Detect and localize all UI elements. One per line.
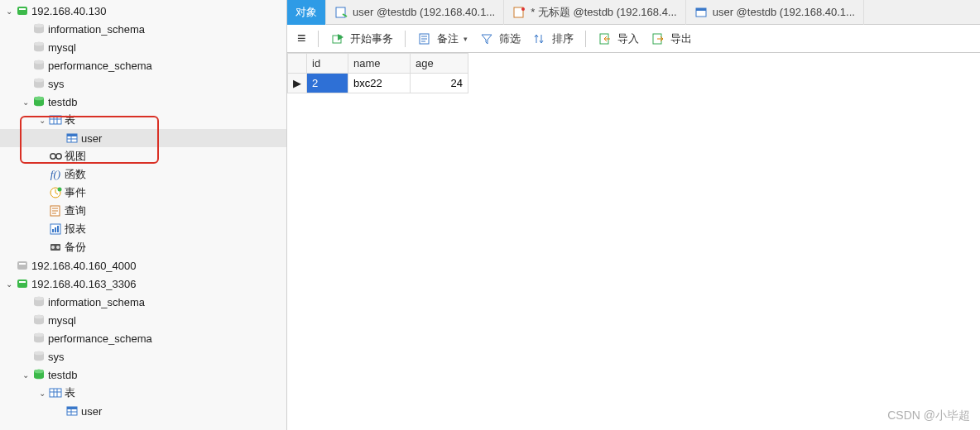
expand-toggle[interactable]: ⌄ [20, 98, 31, 107]
svg-rect-40 [17, 280, 27, 288]
tab[interactable]: 对象 [287, 0, 326, 25]
notes-button[interactable]: 备注▾ [412, 28, 473, 50]
tree-node-label: mysql [48, 41, 76, 54]
tree-node[interactable]: 视图 [0, 147, 286, 165]
expand-toggle[interactable]: ⌄ [36, 389, 48, 398]
export-button[interactable]: 导出 [646, 28, 697, 50]
tree-node[interactable]: mysql [0, 311, 286, 329]
tab[interactable]: user @testdb (192.168.40.1... [326, 0, 504, 25]
export-label: 导出 [670, 31, 692, 46]
expand-toggle[interactable]: ⌄ [36, 116, 48, 125]
svg-rect-17 [67, 134, 77, 136]
cell-age[interactable]: 24 [411, 74, 468, 93]
query-icon [48, 204, 63, 217]
event-icon [48, 186, 63, 199]
svg-point-43 [34, 297, 44, 301]
svg-point-37 [56, 246, 60, 249]
column-header[interactable]: name [348, 54, 411, 74]
expand-toggle[interactable]: ⌄ [3, 280, 15, 289]
conn-green-icon [15, 277, 30, 290]
tab-label: user @testdb (192.168.40.1... [713, 6, 855, 18]
svg-point-3 [34, 24, 44, 28]
tree-node[interactable]: information_schema [0, 293, 286, 311]
tree-node[interactable]: mysql [0, 38, 286, 56]
svg-rect-34 [57, 226, 59, 232]
tree-node[interactable]: ⌄testdb [0, 366, 286, 384]
tabletab-icon [694, 6, 708, 19]
svg-point-20 [50, 154, 55, 159]
notes-icon [417, 32, 432, 45]
tree-node[interactable]: performance_schema [0, 56, 286, 74]
db-grey-icon [31, 41, 46, 54]
txn-icon [330, 32, 345, 45]
tree-node[interactable]: user [0, 129, 286, 147]
tree-node-label: 192.168.40.160_4000 [31, 260, 137, 272]
tree-node[interactable]: sys [0, 74, 286, 93]
db-grey-icon [31, 22, 46, 36]
tree-node[interactable]: performance_schema [0, 329, 286, 347]
svg-rect-1 [19, 8, 26, 10]
tree-node[interactable]: ⌄表 [0, 111, 286, 129]
tree-node[interactable]: 查询 [0, 202, 286, 220]
tree-node[interactable]: sys [0, 347, 286, 366]
svg-rect-38 [17, 261, 27, 270]
tree-node-label: testdb [48, 369, 77, 381]
tree-node[interactable]: f()函数 [0, 165, 286, 184]
sort-button[interactable]: 排序 [527, 28, 579, 50]
tree-node-label: user [81, 405, 102, 418]
tree-node[interactable]: ⌄192.168.40.130 [0, 2, 286, 20]
tab[interactable]: user @testdb (192.168.40.1... [686, 0, 864, 25]
svg-point-11 [34, 97, 44, 101]
db-grey-icon [31, 59, 46, 72]
main-panel: 对象user @testdb (192.168.40.1...* 无标题 @te… [287, 0, 980, 430]
svg-point-9 [34, 79, 44, 83]
column-header[interactable]: id [307, 54, 348, 74]
cell-name[interactable]: bxc22 [348, 74, 411, 93]
tree-node-label: testdb [48, 96, 77, 108]
expand-toggle[interactable]: ⌄ [20, 370, 31, 380]
tree-node[interactable]: user [0, 402, 286, 420]
svg-point-36 [51, 246, 55, 249]
column-header[interactable]: age [411, 54, 468, 74]
svg-point-62 [521, 7, 525, 11]
menu-icon: ≡ [297, 30, 306, 47]
conn-grey-icon [15, 259, 30, 272]
tab-bar: 对象user @testdb (192.168.40.1...* 无标题 @te… [287, 0, 980, 25]
begin-transaction-button[interactable]: 开始事务 [325, 28, 398, 50]
cell-id[interactable]: 2 [307, 74, 348, 93]
tree-node-label: performance_schema [48, 332, 152, 345]
import-icon [598, 32, 612, 45]
filter-label: 筛选 [499, 31, 521, 46]
svg-rect-57 [67, 407, 77, 409]
menu-button[interactable]: ≡ [292, 28, 311, 50]
tab[interactable]: * 无标题 @testdb (192.168.4... [504, 0, 686, 25]
row-pointer: ▶ [288, 74, 307, 93]
tree-node-label: 表 [65, 385, 75, 400]
tree-node[interactable]: ⌄192.168.40.163_3306 [0, 275, 286, 293]
tree-node[interactable]: 备份 [0, 238, 286, 256]
tree-node[interactable]: information_schema [0, 20, 286, 38]
tree-node[interactable]: 事件 [0, 184, 286, 202]
table-row[interactable]: ▶2bxc2224 [288, 74, 468, 93]
filter-icon [479, 32, 494, 45]
tree-node[interactable]: 报表 [0, 220, 286, 238]
tree-node[interactable]: 192.168.40.160_4000 [0, 256, 286, 275]
svg-rect-52 [50, 389, 61, 397]
import-button[interactable]: 导入 [593, 28, 644, 50]
db-grey-icon [31, 350, 46, 363]
tables-icon [48, 113, 63, 127]
import-label: 导入 [617, 31, 639, 46]
svg-point-5 [34, 42, 44, 46]
db-green-icon [31, 95, 46, 108]
toolbar: ≡ 开始事务 备注▾ 筛选 排序 导入 [287, 25, 980, 53]
data-grid[interactable]: idnameage▶2bxc2224 [287, 53, 980, 430]
txn-label: 开始事务 [350, 31, 393, 46]
filter-button[interactable]: 筛选 [474, 28, 526, 50]
expand-toggle[interactable]: ⌄ [3, 7, 15, 16]
row-header-corner [288, 54, 307, 74]
tree-node[interactable]: ⌄表 [0, 384, 286, 402]
svg-point-7 [34, 60, 44, 64]
tree-node[interactable]: ⌄testdb [0, 93, 286, 111]
tree-node-label: information_schema [48, 296, 145, 308]
querytab-icon [334, 6, 348, 19]
